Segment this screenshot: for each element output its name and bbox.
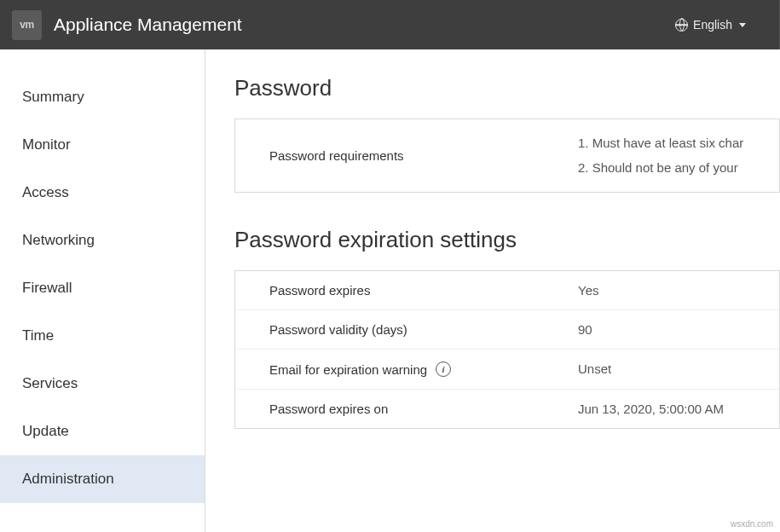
password-requirements-row: Password requirements 1. Must have at le… <box>235 119 779 192</box>
email-warning-label-text: Email for expiration warning <box>269 362 427 377</box>
password-validity-label: Password validity (days) <box>269 322 578 337</box>
password-requirements-label: Password requirements <box>269 131 578 180</box>
app-title: Appliance Management <box>54 14 242 35</box>
sidebar: Summary Monitor Access Networking Firewa… <box>0 49 205 532</box>
chevron-down-icon <box>739 23 746 27</box>
sidebar-item-firewall[interactable]: Firewall <box>0 264 205 312</box>
sidebar-item-monitor[interactable]: Monitor <box>0 121 205 169</box>
password-section-title: Password <box>234 75 780 101</box>
expiration-section-title: Password expiration settings <box>234 227 780 253</box>
email-warning-row: Email for expiration warning i Unset <box>235 350 779 390</box>
password-expires-on-label: Password expires on <box>269 402 578 416</box>
header-bar: vm Appliance Management English <box>0 0 780 49</box>
header-left: vm Appliance Management <box>0 10 242 40</box>
password-expires-value: Yes <box>578 283 598 298</box>
password-panel: Password requirements 1. Must have at le… <box>234 119 780 193</box>
password-expires-row: Password expires Yes <box>235 271 779 310</box>
password-requirement-line: 2. Should not be any of your <box>578 156 743 181</box>
globe-icon <box>675 19 688 32</box>
sidebar-item-time[interactable]: Time <box>0 312 205 360</box>
body-container: Summary Monitor Access Networking Firewa… <box>0 49 780 532</box>
vm-logo-icon: vm <box>12 10 42 40</box>
watermark: wsxdn.com <box>731 519 773 529</box>
info-icon[interactable]: i <box>436 361 451 377</box>
sidebar-item-networking[interactable]: Networking <box>0 217 205 264</box>
language-switcher[interactable]: English <box>675 18 780 32</box>
sidebar-item-summary[interactable]: Summary <box>0 73 205 121</box>
password-expires-label: Password expires <box>269 283 578 298</box>
expiration-panel: Password expires Yes Password validity (… <box>234 270 780 429</box>
main-content: Password Password requirements 1. Must h… <box>205 49 780 532</box>
sidebar-item-access[interactable]: Access <box>0 169 205 217</box>
password-requirement-line: 1. Must have at least six char <box>578 131 743 156</box>
language-label: English <box>693 18 732 32</box>
sidebar-item-update[interactable]: Update <box>0 408 205 455</box>
sidebar-item-administration[interactable]: Administration <box>0 455 205 503</box>
password-validity-value: 90 <box>578 322 592 337</box>
password-expires-on-row: Password expires on Jun 13, 2020, 5:00:0… <box>235 390 779 428</box>
email-warning-value: Unset <box>578 361 611 377</box>
password-requirements-value: 1. Must have at least six char 2. Should… <box>578 131 743 180</box>
password-expires-on-value: Jun 13, 2020, 5:00:00 AM <box>578 402 724 416</box>
sidebar-item-services[interactable]: Services <box>0 360 205 408</box>
email-warning-label: Email for expiration warning i <box>269 361 578 377</box>
password-validity-row: Password validity (days) 90 <box>235 310 779 350</box>
